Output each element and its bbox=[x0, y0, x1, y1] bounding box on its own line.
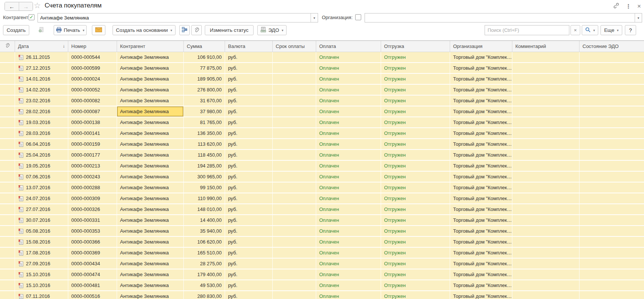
table-row[interactable]: 27.12.2015 0000-000599 Антикафе Земляник… bbox=[0, 63, 644, 74]
date-cell[interactable]: 23.02.2016 bbox=[15, 96, 68, 106]
payment-status-cell[interactable]: Оплачен bbox=[316, 96, 381, 106]
due-date-cell[interactable] bbox=[273, 63, 316, 74]
payment-status-cell[interactable]: Оплачен bbox=[316, 74, 381, 85]
edo-state-cell[interactable] bbox=[579, 117, 644, 128]
table-row[interactable]: 27.09.2016 0000-000434 Антикафе Земляник… bbox=[0, 259, 644, 269]
attachment-cell[interactable] bbox=[0, 259, 15, 269]
number-cell[interactable]: 0000-000366 bbox=[68, 237, 117, 248]
sum-cell[interactable]: 77 875,00 bbox=[184, 63, 225, 74]
payment-status-cell[interactable]: Оплачен bbox=[316, 117, 381, 128]
comment-cell[interactable] bbox=[512, 150, 579, 161]
counterparty-cell[interactable]: Антикафе Земляника bbox=[117, 96, 184, 106]
help-button[interactable]: ? bbox=[625, 25, 636, 35]
comment-cell[interactable] bbox=[512, 193, 579, 204]
due-date-cell[interactable] bbox=[273, 106, 316, 117]
number-cell[interactable]: 0000-000243 bbox=[68, 172, 117, 182]
number-cell[interactable]: 0000-000288 bbox=[68, 182, 117, 193]
sum-cell[interactable]: 35 940,00 bbox=[184, 226, 225, 237]
organization-cell[interactable]: Торговый дом "Комплек… bbox=[450, 139, 512, 150]
edo-state-cell[interactable] bbox=[579, 182, 644, 193]
number-cell[interactable]: 0000-000177 bbox=[68, 150, 117, 161]
comment-cell[interactable] bbox=[512, 52, 579, 63]
column-header-shipment[interactable]: Отгрузка bbox=[381, 41, 450, 52]
payment-status-cell[interactable]: Оплачен bbox=[316, 52, 381, 63]
counterparty-cell[interactable]: Антикафе Земляника bbox=[117, 85, 184, 96]
currency-cell[interactable]: руб. bbox=[225, 237, 273, 248]
comment-cell[interactable] bbox=[512, 96, 579, 106]
table-row[interactable]: 19.03.2016 0000-000138 Антикафе Земляник… bbox=[0, 117, 644, 128]
organization-cell[interactable]: Торговый дом "Комплек… bbox=[450, 226, 512, 237]
column-header-counterparty[interactable]: Контрагент bbox=[117, 41, 184, 52]
column-header-attachments[interactable] bbox=[0, 41, 15, 52]
edo-state-cell[interactable] bbox=[579, 226, 644, 237]
counterparty-dropdown-button[interactable]: ▾ bbox=[311, 13, 318, 22]
due-date-cell[interactable] bbox=[273, 172, 316, 182]
attachment-cell[interactable] bbox=[0, 291, 15, 299]
table-row[interactable]: 23.02.2016 0000-000082 Антикафе Земляник… bbox=[0, 96, 644, 106]
sum-cell[interactable]: 99 150,00 bbox=[184, 182, 225, 193]
comment-cell[interactable] bbox=[512, 215, 579, 226]
shipment-status-cell[interactable]: Отгружен bbox=[381, 172, 450, 182]
payment-status-cell[interactable]: Оплачен bbox=[316, 226, 381, 237]
currency-cell[interactable]: руб. bbox=[225, 85, 273, 96]
payment-status-cell[interactable]: Оплачен bbox=[316, 182, 381, 193]
counterparty-cell[interactable]: Антикафе Земляника bbox=[117, 204, 184, 215]
table-row[interactable]: 19.05.2016 0000-000213 Антикафе Земляник… bbox=[0, 161, 644, 172]
organization-cell[interactable]: Торговый дом "Комплек… bbox=[450, 117, 512, 128]
due-date-cell[interactable] bbox=[273, 215, 316, 226]
organization-cell[interactable]: Торговый дом "Комплек… bbox=[450, 237, 512, 248]
column-header-payment[interactable]: Оплата bbox=[316, 41, 381, 52]
column-header-comment[interactable]: Комментарий bbox=[512, 41, 579, 52]
organization-filter-checkbox[interactable] bbox=[355, 14, 361, 20]
counterparty-cell-selected[interactable]: Антикафе Земляника bbox=[117, 106, 184, 117]
sum-cell[interactable]: 106 620,00 bbox=[184, 237, 225, 248]
edo-state-cell[interactable] bbox=[579, 215, 644, 226]
table-row[interactable]: 05.08.2016 0000-000353 Антикафе Земляник… bbox=[0, 226, 644, 237]
date-cell[interactable]: 06.04.2016 bbox=[15, 139, 68, 150]
sum-cell[interactable]: 276 800,00 bbox=[184, 85, 225, 96]
counterparty-cell[interactable]: Антикафе Земляника bbox=[117, 215, 184, 226]
sum-cell[interactable]: 118 450,00 bbox=[184, 150, 225, 161]
table-row[interactable]: 26.11.2015 0000-000544 Антикафе Земляник… bbox=[0, 52, 644, 63]
currency-cell[interactable]: руб. bbox=[225, 172, 273, 182]
organization-cell[interactable]: Торговый дом "Комплек… bbox=[450, 248, 512, 259]
attachment-cell[interactable] bbox=[0, 193, 15, 204]
organization-cell[interactable]: Торговый дом "Комплек… bbox=[450, 193, 512, 204]
date-cell[interactable]: 05.08.2016 bbox=[15, 226, 68, 237]
close-icon[interactable]: × bbox=[637, 3, 641, 9]
counterparty-cell[interactable]: Антикафе Земляника bbox=[117, 193, 184, 204]
table-row[interactable]: 24.07.2016 0000-000309 Антикафе Земляник… bbox=[0, 193, 644, 204]
shipment-status-cell[interactable]: Отгружен bbox=[381, 193, 450, 204]
comment-cell[interactable] bbox=[512, 128, 579, 139]
date-cell[interactable]: 19.03.2016 bbox=[15, 117, 68, 128]
attachments-button[interactable] bbox=[191, 25, 202, 35]
counterparty-cell[interactable]: Антикафе Земляника bbox=[117, 74, 184, 85]
sum-cell[interactable]: 106 910,00 bbox=[184, 52, 225, 63]
counterparty-cell[interactable]: Антикафе Земляника bbox=[117, 139, 184, 150]
comment-cell[interactable] bbox=[512, 172, 579, 182]
sum-cell[interactable]: 37 980,00 bbox=[184, 106, 225, 117]
edo-state-cell[interactable] bbox=[579, 74, 644, 85]
number-cell[interactable]: 0000-000082 bbox=[68, 96, 117, 106]
currency-cell[interactable]: руб. bbox=[225, 117, 273, 128]
shipment-status-cell[interactable]: Отгружен bbox=[381, 106, 450, 117]
shipment-status-cell[interactable]: Отгружен bbox=[381, 128, 450, 139]
edo-state-cell[interactable] bbox=[579, 291, 644, 299]
number-cell[interactable]: 0000-000353 bbox=[68, 226, 117, 237]
organization-cell[interactable]: Торговый дом "Комплек… bbox=[450, 215, 512, 226]
payment-status-cell[interactable]: Оплачен bbox=[316, 139, 381, 150]
date-cell[interactable]: 07.11.2016 bbox=[15, 291, 68, 299]
comment-cell[interactable] bbox=[512, 237, 579, 248]
currency-cell[interactable]: руб. bbox=[225, 204, 273, 215]
search-input[interactable] bbox=[485, 25, 569, 35]
counterparty-cell[interactable]: Антикафе Земляника bbox=[117, 291, 184, 299]
search-clear-button[interactable]: × bbox=[570, 25, 580, 35]
attachment-cell[interactable] bbox=[0, 52, 15, 63]
column-header-date[interactable]: Дата ↓ bbox=[15, 41, 68, 52]
attachment-cell[interactable] bbox=[0, 237, 15, 248]
date-cell[interactable]: 14.02.2016 bbox=[15, 85, 68, 96]
organization-cell[interactable]: Торговый дом "Комплек… bbox=[450, 106, 512, 117]
edo-state-cell[interactable] bbox=[579, 63, 644, 74]
sum-cell[interactable]: 136 350,00 bbox=[184, 128, 225, 139]
edo-state-cell[interactable] bbox=[579, 128, 644, 139]
